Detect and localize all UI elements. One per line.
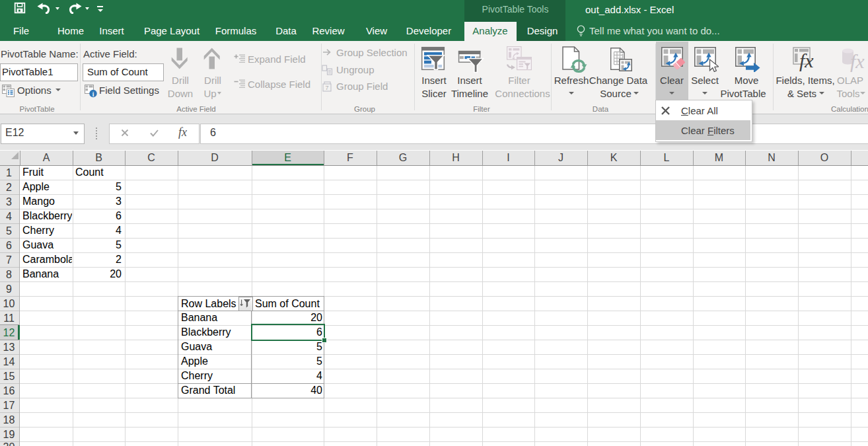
svg-text:7: 7: [325, 85, 328, 91]
svg-text:i: i: [92, 91, 94, 98]
svg-text:fx: fx: [850, 50, 865, 72]
svg-text:fx: fx: [799, 50, 814, 71]
